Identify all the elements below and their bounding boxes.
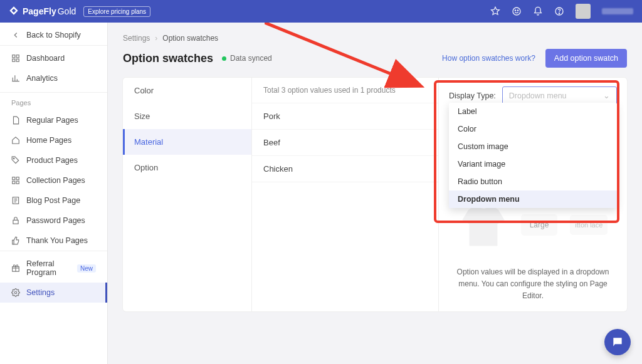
dropdown-option-dropdown-menu[interactable]: Dropdown menu bbox=[449, 190, 617, 208]
top-bar: PageFlyGold Explore pricing plans bbox=[0, 0, 642, 23]
page-title: Option swatches bbox=[123, 52, 213, 65]
values-summary: Total 3 option values used in 1 products bbox=[252, 78, 438, 103]
dropdown-option-variant-image[interactable]: Variant image bbox=[449, 155, 617, 173]
grid-icon bbox=[11, 54, 20, 63]
home-icon bbox=[11, 136, 20, 145]
content-area: Settings › Option swatches Option swatch… bbox=[108, 23, 642, 364]
display-type-description: Option values will be displayed in a dro… bbox=[449, 266, 617, 303]
preview-chip-large: Large bbox=[521, 214, 558, 236]
tab-size[interactable]: Size bbox=[123, 103, 251, 129]
sidebar-item-regular-pages[interactable]: Regular Pages bbox=[0, 110, 107, 130]
pages-section-title: Pages bbox=[0, 92, 107, 110]
help-icon[interactable] bbox=[554, 6, 564, 16]
dropdown-option-radio-button[interactable]: Radio button bbox=[449, 173, 617, 190]
display-type-select[interactable]: Dropdown menu ⌄ bbox=[502, 86, 617, 105]
breadcrumb-root[interactable]: Settings bbox=[123, 34, 150, 43]
svg-rect-11 bbox=[16, 177, 19, 180]
svg-rect-12 bbox=[13, 181, 15, 184]
sidebar-item-label: Password Pages bbox=[26, 216, 85, 225]
svg-point-17 bbox=[14, 291, 17, 294]
svg-point-9 bbox=[13, 158, 14, 159]
preview-chip-small: itton lace bbox=[570, 215, 608, 235]
back-to-shopify[interactable]: Back to Shopify bbox=[0, 25, 107, 46]
sidebar-item-blog-post[interactable]: Blog Post Page bbox=[0, 190, 107, 211]
svg-point-0 bbox=[513, 8, 520, 15]
svg-point-4 bbox=[559, 13, 559, 14]
sidebar-item-label: Blog Post Page bbox=[26, 196, 80, 205]
svg-rect-10 bbox=[13, 177, 15, 180]
tab-option[interactable]: Option bbox=[123, 155, 251, 180]
chart-icon bbox=[11, 74, 20, 83]
sync-status: Data synced bbox=[222, 54, 272, 63]
help-link[interactable]: How option swatches work? bbox=[442, 54, 535, 63]
arrow-left-icon bbox=[11, 31, 20, 39]
sidebar-item-label: Home Pages bbox=[26, 136, 71, 145]
gift-icon bbox=[11, 264, 20, 273]
display-type-column: Display Type: Dropdown menu ⌄ Label Colo… bbox=[439, 78, 627, 311]
chevron-down-icon: ⌄ bbox=[603, 91, 610, 100]
sidebar-item-password-pages[interactable]: Password Pages bbox=[0, 211, 107, 231]
collection-icon bbox=[11, 176, 20, 185]
sidebar-item-home-pages[interactable]: Home Pages bbox=[0, 130, 107, 150]
explore-pricing-button[interactable]: Explore pricing plans bbox=[83, 6, 150, 17]
sidebar-item-product-pages[interactable]: Product Pages bbox=[0, 150, 107, 170]
svg-rect-7 bbox=[13, 59, 15, 61]
page-icon bbox=[11, 116, 20, 125]
svg-rect-5 bbox=[13, 55, 15, 58]
svg-point-2 bbox=[517, 10, 518, 11]
sidebar-item-dashboard[interactable]: Dashboard bbox=[0, 48, 107, 68]
sidebar-item-label: Product Pages bbox=[26, 156, 78, 165]
thumbs-up-icon bbox=[11, 236, 20, 245]
swatches-panel: Color Size Material Option Total 3 optio… bbox=[123, 78, 627, 311]
sidebar-item-settings[interactable]: Settings bbox=[0, 283, 107, 303]
avatar[interactable] bbox=[576, 4, 591, 19]
chat-button[interactable] bbox=[604, 329, 631, 355]
tab-color[interactable]: Color bbox=[123, 78, 251, 103]
sidebar-item-analytics[interactable]: Analytics bbox=[0, 68, 107, 88]
tag-icon bbox=[11, 156, 20, 165]
svg-rect-8 bbox=[16, 59, 19, 61]
svg-rect-6 bbox=[16, 55, 19, 58]
dropdown-option-custom-image[interactable]: Custom image bbox=[449, 138, 617, 155]
dropdown-option-color[interactable]: Color bbox=[449, 120, 617, 138]
logo-icon bbox=[9, 6, 19, 18]
sidebar-item-label: Settings bbox=[26, 288, 55, 297]
dropdown-option-label[interactable]: Label bbox=[449, 103, 617, 120]
display-type-dropdown: Label Color Custom image Variant image R… bbox=[449, 103, 617, 208]
option-value-row[interactable]: Pork bbox=[252, 103, 438, 130]
star-icon[interactable] bbox=[490, 6, 500, 16]
display-type-label: Display Type: bbox=[449, 91, 496, 100]
blog-icon bbox=[11, 196, 20, 205]
sidebar-item-referral[interactable]: Referral Program New bbox=[0, 254, 107, 283]
gear-icon bbox=[11, 288, 20, 297]
emoji-icon[interactable] bbox=[512, 6, 522, 16]
add-option-swatch-button[interactable]: Add option swatch bbox=[545, 49, 627, 68]
option-tabs: Color Size Material Option bbox=[123, 78, 252, 311]
sidebar-item-label: Dashboard bbox=[26, 54, 65, 63]
select-placeholder: Dropdown menu bbox=[509, 91, 567, 100]
sidebar-item-label: Regular Pages bbox=[26, 116, 78, 125]
user-name bbox=[602, 8, 633, 14]
new-badge: New bbox=[77, 264, 96, 273]
breadcrumb: Settings › Option swatches bbox=[123, 34, 627, 43]
svg-rect-15 bbox=[13, 220, 18, 224]
chevron-right-icon: › bbox=[155, 34, 157, 43]
sidebar-item-label: Thank You Pages bbox=[26, 236, 88, 245]
brand-block: PageFlyGold Explore pricing plans bbox=[9, 6, 150, 18]
option-value-row[interactable]: Chicken bbox=[252, 156, 438, 182]
sidebar-item-label: Back to Shopify bbox=[26, 31, 81, 39]
brand-name: PageFlyGold bbox=[23, 6, 76, 16]
sidebar-item-label: Referral Program bbox=[26, 259, 71, 277]
lock-icon bbox=[11, 216, 20, 225]
breadcrumb-current: Option swatches bbox=[162, 34, 218, 43]
option-values-column: Total 3 option values used in 1 products… bbox=[252, 78, 439, 311]
sidebar-item-label: Collection Pages bbox=[26, 176, 85, 185]
status-dot-icon bbox=[222, 56, 226, 61]
tab-material[interactable]: Material bbox=[123, 129, 251, 155]
sidebar-item-collection-pages[interactable]: Collection Pages bbox=[0, 170, 107, 190]
sidebar-item-label: Analytics bbox=[26, 74, 58, 83]
option-value-row[interactable]: Beef bbox=[252, 130, 438, 156]
bell-icon[interactable] bbox=[533, 6, 543, 16]
sidebar-item-thank-you-pages[interactable]: Thank You Pages bbox=[0, 231, 107, 251]
sidebar: Back to Shopify Dashboard Analytics Page… bbox=[0, 23, 108, 364]
